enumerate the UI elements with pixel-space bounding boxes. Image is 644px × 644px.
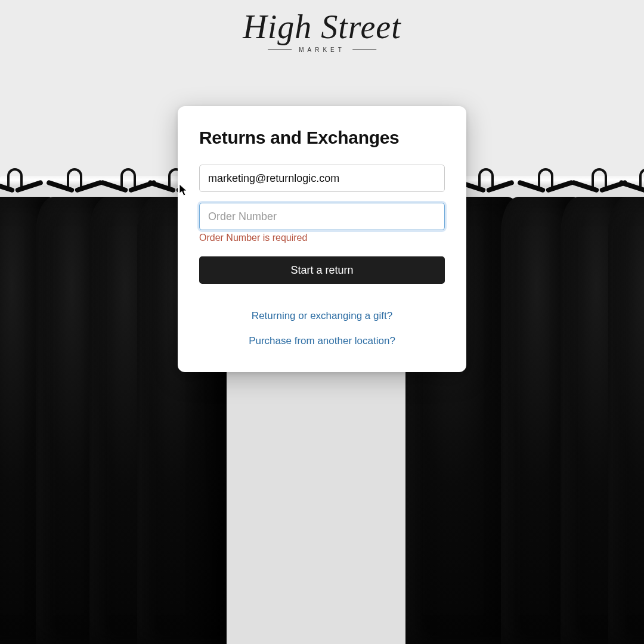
start-return-button[interactable]: Start a return bbox=[199, 256, 445, 284]
card-title: Returns and Exchanges bbox=[199, 128, 445, 148]
brand-logo-script: High Street bbox=[243, 12, 401, 42]
returns-card: Returns and Exchanges Order Number is re… bbox=[178, 106, 466, 372]
brand-logo: High Street MARKET bbox=[243, 12, 401, 53]
brand-logo-sub: MARKET bbox=[243, 47, 401, 53]
email-field[interactable] bbox=[199, 165, 445, 192]
order-number-field[interactable] bbox=[199, 203, 445, 230]
order-number-error: Order Number is required bbox=[199, 233, 445, 243]
garment bbox=[608, 197, 644, 644]
gift-return-link[interactable]: Returning or exchanging a gift? bbox=[252, 310, 392, 321]
other-location-link[interactable]: Purchase from another location? bbox=[249, 335, 395, 346]
